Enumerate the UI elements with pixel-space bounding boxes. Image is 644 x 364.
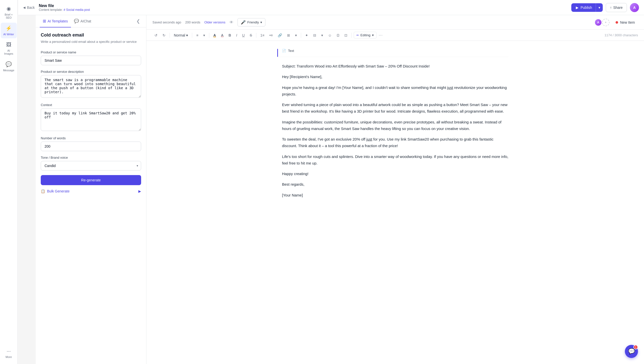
new-item-button[interactable]: New Item: [613, 19, 638, 26]
closing2: Best regards,: [282, 181, 508, 188]
tone-chevron-icon: ▾: [260, 20, 262, 24]
ai-writer-icon: ⚡: [6, 25, 12, 31]
editing-badge[interactable]: ✏ Editing ▾: [354, 32, 377, 39]
link-button[interactable]: 🔗: [276, 32, 284, 39]
table-button[interactable]: ⊟: [311, 32, 318, 39]
regenerate-button[interactable]: Re-generate: [41, 175, 141, 185]
ordered-list-button[interactable]: 1≡: [258, 32, 266, 39]
tone-select[interactable]: Candid Friendly Professional Casual Form…: [41, 161, 141, 171]
context-textarea[interactable]: Buy it today my link SmartSaw20 and get …: [41, 108, 141, 131]
bold-button[interactable]: B: [227, 32, 233, 39]
sidebar-item-more[interactable]: ··· More: [1, 346, 17, 361]
sidebar-item-brief-seo[interactable]: ◉ Brief + SEO: [1, 3, 17, 22]
editor-body[interactable]: Subject: Transform Wood into Art Effortl…: [282, 63, 508, 198]
para1: Hope you're having a great day! I'm [You…: [282, 84, 508, 98]
image-insert-button[interactable]: ⊞: [285, 32, 292, 39]
strikethrough-button[interactable]: S: [248, 32, 254, 39]
tab-ai-templates[interactable]: ⊞ AI Templates: [40, 15, 71, 27]
text-color-button[interactable]: A: [219, 32, 225, 39]
word-count-group: Number of words: [41, 136, 141, 151]
eye-icon[interactable]: 👁: [229, 20, 233, 25]
style-select[interactable]: Normal ▾: [172, 32, 190, 39]
toolbar-sep-5: [301, 33, 301, 38]
align-left-button[interactable]: ≡: [194, 32, 200, 39]
undo-button[interactable]: ↺: [152, 32, 159, 39]
top-header: ◀ Back New file Content template: # Soci…: [18, 0, 644, 15]
panel-tabs: ⊞ AI Templates 💬 AIChat ❮: [36, 15, 146, 27]
template-title: Cold outreach email: [41, 32, 141, 38]
align-dropdown-button[interactable]: ▾: [201, 32, 207, 39]
context-group: Context Buy it today my link SmartSaw20 …: [41, 103, 141, 132]
char-count: 1174 / 3000 characters: [605, 33, 638, 37]
editor-top-bar: Saved seconds ago 200 words Older versio…: [146, 15, 644, 30]
subject-line: Subject: Transform Wood into Art Effortl…: [282, 63, 508, 70]
toolbar-more-button[interactable]: ⋯: [378, 32, 384, 39]
back-arrow-icon: ◀: [23, 6, 25, 9]
avatar-1[interactable]: A: [594, 19, 602, 26]
toolbar-sep-2: [192, 33, 192, 38]
image-dropdown-button[interactable]: ▾: [293, 32, 299, 39]
saved-status: Saved seconds ago: [152, 20, 181, 24]
sidebar-item-ai-writer[interactable]: ⚡ AI Writer: [1, 23, 17, 38]
publish-icon: ▶: [576, 6, 579, 10]
closing3: [Your Name]: [282, 192, 508, 198]
product-name-label: Product or service name: [41, 50, 141, 54]
product-desc-textarea[interactable]: The smart saw is a programmable machine …: [41, 75, 141, 98]
content-label-icon: 📄: [282, 49, 286, 53]
header-subtitle: Content template: # Social media post: [39, 8, 567, 12]
format-button[interactable]: ⊡: [342, 32, 349, 39]
editor-content[interactable]: 📄 Text Subject: Transform Wood into Art …: [146, 41, 644, 364]
brief-seo-icon: ◉: [7, 6, 11, 12]
more-icon: ···: [7, 348, 11, 354]
ai-templates-tab-icon: ⊞: [43, 19, 46, 23]
avatar-group: A +: [594, 19, 610, 26]
publish-dropdown-button[interactable]: ▾: [596, 3, 603, 12]
sidebar-item-message[interactable]: 💬 Message: [1, 59, 17, 74]
toolbar-sep-1: [170, 33, 170, 38]
style-chevron-icon: ▾: [186, 33, 188, 37]
bulk-generate-button[interactable]: 📋 Bulk Generate ▶: [41, 189, 141, 193]
ai-write-button[interactable]: ✦: [303, 32, 310, 39]
tone-selector[interactable]: 🎤 Friendly ▾: [237, 18, 265, 26]
unordered-list-button[interactable]: •≡: [267, 32, 275, 39]
panel-content: Cold outreach email Write a personalized…: [36, 27, 146, 364]
underline-button[interactable]: U: [240, 32, 247, 39]
new-item-dot: [616, 21, 618, 24]
top-bar-right: A + New Item: [594, 19, 638, 26]
product-desc-group: Product or service description The smart…: [41, 70, 141, 98]
greeting: Hey [Recipient's Name],: [282, 74, 508, 80]
para5: Life's too short for rough cuts and spli…: [282, 153, 508, 167]
template-link[interactable]: # Social media post: [64, 8, 90, 12]
redo-button[interactable]: ↻: [160, 32, 168, 39]
word-count-display: 200 words: [185, 20, 200, 24]
editor-content-inner: 📄 Text Subject: Transform Wood into Art …: [282, 49, 508, 198]
bulk-generate-icon: 📋: [41, 189, 45, 193]
sidebar-item-ai-images[interactable]: 🖼 AI Images: [1, 39, 17, 58]
content-label-row: 📄 Text: [277, 49, 508, 57]
avatar-add[interactable]: +: [602, 19, 610, 26]
tone-label: Tone / Brand voice: [41, 156, 141, 159]
publish-button[interactable]: ▶ Publish: [571, 3, 596, 12]
product-name-input[interactable]: [41, 56, 141, 65]
highlight-button[interactable]: A: [211, 32, 218, 39]
emoji-button[interactable]: ☺: [326, 32, 334, 39]
closing1: Happy creating!: [282, 171, 508, 177]
older-versions-link[interactable]: Older versions: [204, 20, 225, 24]
user-avatar[interactable]: A: [630, 3, 639, 12]
header-actions: ▶ Publish ▾ ↑ Share A: [571, 3, 639, 12]
chat-bubble-button[interactable]: 💬 1: [625, 345, 638, 358]
panel-collapse-button[interactable]: ❮: [134, 16, 142, 26]
editor-area: Saved seconds ago 200 words Older versio…: [146, 15, 644, 364]
chat-icon: 💬: [628, 348, 635, 355]
word-count-input[interactable]: [41, 142, 141, 151]
back-button[interactable]: ◀ Back: [23, 6, 35, 10]
special-char-button[interactable]: Ω: [335, 32, 341, 39]
italic-button[interactable]: I: [234, 32, 239, 39]
share-button[interactable]: ↑ Share: [606, 3, 627, 12]
tab-ai-chat[interactable]: 💬 AIChat: [71, 15, 94, 27]
table-dropdown-button[interactable]: ▾: [319, 32, 325, 39]
file-title: New file: [39, 4, 567, 8]
para4: To sweeten the deal, I've got an exclusi…: [282, 136, 508, 149]
header-title-section: New file Content template: # Social medi…: [39, 4, 567, 12]
editing-dot: ✏: [356, 34, 359, 37]
